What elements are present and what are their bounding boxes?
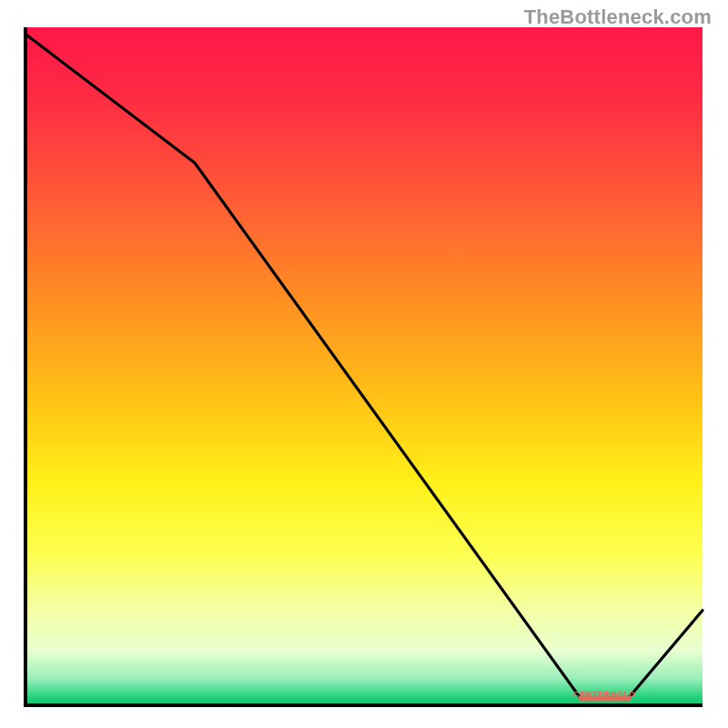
accent-label: CENTERHOLD [573,690,636,699]
plot-area: CENTERHOLD [23,25,705,708]
gradient-background [25,27,703,705]
plot-svg: CENTERHOLD [23,25,705,708]
watermark-text: TheBottleneck.com [524,5,712,29]
chart-stage: TheBottleneck.com CENTERHOLD [0,0,728,728]
